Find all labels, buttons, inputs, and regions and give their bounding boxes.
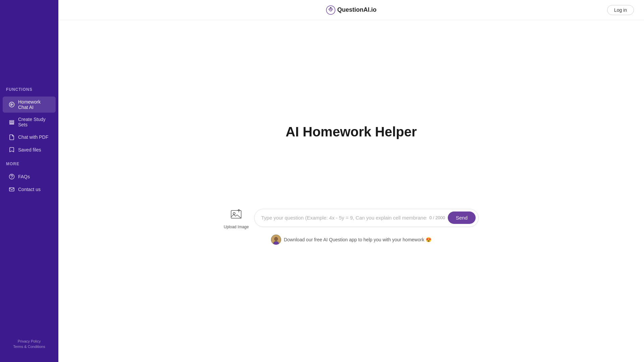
sidebar-item-homework-chat-ai[interactable]: Homework Chat AI [3, 97, 56, 113]
sidebar-item-chat-with-pdf[interactable]: Chat with PDF [3, 131, 56, 143]
bottom-input-area: Upload Image 0 / 2000 Send [58, 206, 644, 258]
svg-point-8 [330, 9, 332, 11]
input-row: Upload Image 0 / 2000 Send [224, 206, 479, 229]
login-button[interactable]: Log in [607, 5, 634, 15]
svg-point-5 [11, 178, 12, 179]
header: QuestionAI.io Log in [58, 0, 644, 20]
sidebar-item-label: FAQs [18, 174, 30, 179]
page-title: AI Homework Helper [285, 124, 417, 139]
svg-point-9 [330, 7, 331, 8]
sidebar-item-label: Chat with PDF [18, 134, 48, 140]
svg-point-13 [274, 237, 278, 241]
question-circle-icon [9, 174, 15, 180]
layers-icon [9, 119, 15, 125]
svg-point-14 [273, 241, 279, 245]
sidebar-item-saved-files[interactable]: Saved files [3, 144, 56, 156]
sidebar-footer: Privacy Policy Terms & Conditions [0, 339, 58, 352]
send-button[interactable]: Send [448, 212, 476, 224]
upload-image-button[interactable]: Upload Image [224, 206, 249, 229]
sidebar-item-label: Homework Chat AI [18, 99, 50, 110]
svg-rect-6 [9, 188, 14, 191]
sidebar-more-label: MORE [0, 162, 58, 166]
bookmark-icon [9, 147, 15, 153]
sidebar-item-label: Contact us [18, 187, 41, 192]
svg-rect-2 [10, 122, 14, 123]
char-count: 0 / 2000 [427, 215, 448, 220]
sidebar-functions-label: FUNCTIONS [0, 87, 58, 92]
logo-icon [326, 5, 335, 15]
file-icon [9, 134, 15, 140]
sidebar-item-label: Saved files [18, 147, 41, 153]
logo: QuestionAI.io [326, 5, 377, 15]
logo-text: QuestionAI.io [337, 6, 377, 13]
upload-icon [228, 206, 245, 223]
sidebar-item-contact-us[interactable]: Contact us [3, 184, 56, 195]
terms-link[interactable]: Terms & Conditions [13, 345, 45, 349]
main-content: QuestionAI.io Log in AI Homework Helper [58, 0, 644, 362]
svg-rect-3 [10, 124, 14, 124]
svg-point-7 [326, 6, 335, 14]
svg-rect-1 [10, 121, 14, 122]
sidebar-item-create-study-sets[interactable]: Create Study Sets [3, 114, 56, 130]
sidebar-item-faqs[interactable]: FAQs [3, 171, 56, 182]
chat-circle-icon [9, 102, 15, 108]
chat-input-wrapper: 0 / 2000 Send [254, 209, 479, 227]
mail-icon [9, 186, 15, 192]
promo-avatar [271, 235, 281, 245]
content-area: AI Homework Helper Upload Image [58, 20, 644, 362]
privacy-policy-link[interactable]: Privacy Policy [18, 339, 41, 343]
sidebar: FUNCTIONS Homework Chat AI Create Study … [0, 0, 58, 362]
sidebar-item-label: Create Study Sets [18, 117, 50, 127]
app-promo: Download our free AI Question app to hel… [271, 235, 431, 245]
upload-label: Upload Image [224, 225, 249, 229]
chat-input[interactable] [261, 215, 427, 221]
promo-text: Download our free AI Question app to hel… [284, 237, 431, 242]
svg-point-11 [233, 213, 235, 215]
